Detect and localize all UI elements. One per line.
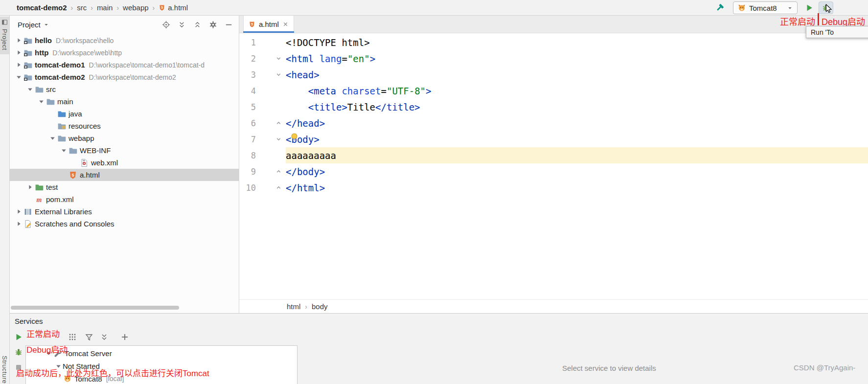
chevron-right-icon[interactable] (15, 36, 23, 45)
horizontal-scrollbar[interactable] (11, 306, 179, 310)
code-text[interactable]: <!DOCTYPE html> (286, 34, 868, 50)
tree-item-java[interactable]: java (10, 108, 239, 120)
line-number[interactable]: 8 (239, 151, 264, 160)
tree-item-resources[interactable]: resources (10, 120, 239, 132)
fold-marker-icon[interactable] (264, 180, 286, 196)
chevron-down-icon[interactable] (26, 85, 34, 93)
code-text[interactable]: <html lang="en"> (286, 50, 868, 67)
chevron-down-icon[interactable] (15, 73, 23, 81)
fold-marker-icon[interactable] (264, 50, 286, 67)
collapse-all-icon[interactable] (193, 21, 202, 29)
chevron-right-icon[interactable] (15, 61, 23, 69)
add-service-icon[interactable] (120, 333, 129, 341)
line-number[interactable]: 5 (239, 102, 264, 112)
project-tool-window: Project helloD:\workspace\hellohttpD:\wo… (10, 16, 239, 313)
line-number[interactable]: 1 (239, 38, 264, 47)
fold-marker-icon[interactable] (264, 115, 286, 131)
expand-all-icon[interactable] (178, 21, 186, 29)
services-title: Services (15, 317, 43, 325)
tree-item-label: src (46, 85, 56, 93)
locate-file-icon[interactable] (162, 21, 170, 29)
project-folder-icon (23, 48, 32, 57)
tree-item-scratches-and-consoles[interactable]: Scratches and Consoles (10, 218, 239, 230)
code-text[interactable]: <body> (286, 131, 868, 147)
editor-breadcrumb-body[interactable]: body (312, 302, 328, 311)
intention-bulb-icon[interactable] (290, 132, 299, 141)
tree-item-path: D:\workspace\tomcat-demo2 (89, 73, 176, 81)
breadcrumb-item-webapp[interactable]: webapp (123, 3, 149, 12)
run-configuration-select[interactable]: Tomcat8 (733, 1, 798, 14)
code-text[interactable]: <meta charset="UTF-8"> (286, 83, 868, 99)
settings-gear-icon[interactable] (209, 21, 217, 29)
code-text[interactable]: <title>Title</title> (286, 99, 868, 115)
chevron-down-icon[interactable] (37, 97, 46, 106)
tree-item-hello[interactable]: helloD:\workspace\hello (10, 34, 239, 46)
start-service-button[interactable] (14, 333, 23, 341)
fold-marker-icon[interactable] (264, 131, 286, 147)
breadcrumb-file[interactable]: 5a.html (159, 3, 188, 12)
code-text[interactable]: </html> (286, 180, 868, 196)
chevron-right-icon[interactable] (15, 220, 23, 228)
fold-marker-icon[interactable] (264, 67, 286, 83)
chevron-right-icon[interactable] (15, 207, 23, 216)
line-number[interactable]: 4 (239, 86, 264, 96)
tree-item-external-libraries[interactable]: External Libraries (10, 205, 239, 218)
tree-item-tomcat-demo1[interactable]: tomcat-demo1D:\workspace\tomcat-demo1\to… (10, 59, 239, 71)
tree-item-a-html[interactable]: 5a.html (10, 169, 239, 181)
build-icon[interactable] (715, 3, 725, 13)
code-line-6: 6</head> (239, 115, 868, 131)
code-token: = (342, 53, 347, 64)
breadcrumb-project[interactable]: tomcat-demo2 (17, 3, 67, 12)
tree-item-label: WEB-INF (80, 146, 111, 155)
tree-item-src[interactable]: src (10, 83, 239, 95)
line-number[interactable]: 9 (239, 167, 264, 177)
hide-panel-icon[interactable] (225, 21, 233, 29)
editor-tab-a-html[interactable]: 5 a.html (243, 16, 294, 33)
mouse-cursor (824, 4, 834, 14)
editor-breadcrumb-html[interactable]: html (287, 302, 300, 311)
chevron-down-icon (43, 22, 49, 28)
tree-item-label: tomcat-demo1 (35, 61, 85, 69)
fold-marker-icon[interactable] (264, 163, 286, 180)
tree-item-pom-xml[interactable]: mpom.xml (10, 193, 239, 205)
line-number[interactable]: 7 (239, 135, 264, 144)
folder-icon (35, 85, 44, 94)
group-by-icon[interactable] (68, 333, 77, 341)
run-button[interactable] (805, 3, 814, 12)
tree-item-web-inf[interactable]: WEB-INF (10, 144, 239, 157)
project-view-selector[interactable]: Project (18, 21, 49, 29)
tree-item-tomcat-demo2[interactable]: tomcat-demo2D:\workspace\tomcat-demo2 (10, 71, 239, 83)
tree-item-main[interactable]: main (10, 95, 239, 108)
tree-item-label: Scratches and Consoles (35, 220, 114, 228)
code-line-3: 3<head> (239, 67, 868, 83)
code-editor[interactable]: 1<!DOCTYPE html>2<html lang="en">3<head>… (239, 33, 868, 299)
filter-icon[interactable] (85, 333, 93, 341)
tree-item-web-xml[interactable]: web.xml (10, 157, 239, 169)
line-number[interactable]: 10 (239, 183, 264, 193)
line-number[interactable]: 6 (239, 118, 264, 128)
breadcrumb-separator: › (71, 4, 73, 12)
close-tab-icon[interactable] (282, 21, 289, 27)
chevron-right-icon[interactable] (26, 183, 34, 191)
tool-window-button-structure[interactable]: Structure (0, 356, 9, 384)
tree-item-label: main (57, 97, 73, 106)
code-text[interactable]: </body> (286, 163, 868, 180)
line-number[interactable]: 2 (239, 54, 264, 64)
tree-item-test[interactable]: test (10, 181, 239, 193)
expand-services-icon[interactable] (100, 333, 109, 341)
tool-window-button-project[interactable]: Project (0, 17, 9, 54)
chevron-spacer (48, 110, 57, 118)
chevron-down-icon[interactable] (60, 146, 68, 155)
tree-item-webapp[interactable]: webapp (10, 132, 239, 144)
debug-service-button[interactable] (14, 348, 23, 357)
breadcrumb-item-src[interactable]: src (77, 3, 87, 12)
line-number[interactable]: 3 (239, 70, 264, 80)
fold-spacer (264, 99, 286, 115)
chevron-down-icon[interactable] (48, 134, 57, 142)
code-text[interactable]: aaaaaaaaa (286, 147, 868, 163)
code-text[interactable]: </head> (286, 115, 868, 131)
breadcrumb-item-main[interactable]: main (97, 3, 113, 12)
tree-item-http[interactable]: httpD:\workspace\web\http (10, 46, 239, 59)
chevron-right-icon[interactable] (15, 48, 23, 57)
code-text[interactable]: <head> (286, 67, 868, 83)
